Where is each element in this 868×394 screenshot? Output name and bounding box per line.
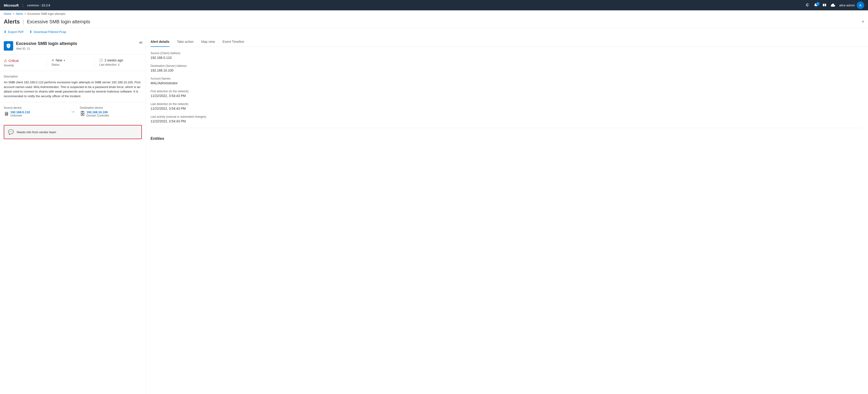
user-menu[interactable]: alice-admin A — [839, 1, 864, 9]
export-pdf-label: Export PDF — [8, 30, 24, 34]
first-detection-value: 11/22/2022, 3:54:43 PM — [151, 94, 863, 98]
first-detection-label: First detection (in the network) — [151, 90, 863, 93]
breadcrumb-sep1: > — [13, 12, 14, 16]
comment-box[interactable]: 💬 Needs info from vendor team — [4, 125, 142, 139]
last-detection-value: 🕐 2 weeks ago — [99, 58, 142, 62]
dest-server-label: Destination (Server) Address — [151, 64, 863, 67]
page-title-section: Alerts | Excessive SMB login attempts — [4, 18, 864, 25]
comment-icon: 💬 — [8, 129, 14, 135]
tab-take-action[interactable]: Take action — [177, 36, 194, 47]
breadcrumb: Home > Alerts > Excessive SMB login atte… — [0, 10, 868, 18]
monitor-icon: 🖥 — [4, 111, 9, 117]
settings-icon[interactable] — [805, 3, 810, 7]
toolbar: ⬇ Export PDF ⬇ Download Filtered Pcap — [0, 28, 868, 36]
breadcrumb-alerts[interactable]: Alerts — [16, 12, 23, 16]
page-header: Alerts | Excessive SMB login attempts × — [0, 18, 868, 28]
topbar: Microsoft | contoso - 22.2.6 0 — [0, 0, 868, 10]
tab-map-view[interactable]: Map view — [201, 36, 215, 47]
clock-icon: 🕐 — [99, 58, 103, 62]
title-divider: | — [23, 18, 24, 25]
status-dropdown-icon[interactable]: ▾ — [64, 59, 65, 62]
alert-status-row: ⚠ Critical Severity ✳ New ▾ Status 🕐 2 w… — [0, 55, 146, 71]
arrow-container: → — [66, 109, 80, 114]
severity-label: Severity — [4, 64, 46, 67]
source-device: Source device 🖥 192.168.0.110 Unknown — [4, 106, 66, 117]
device-row: Source device 🖥 192.168.0.110 Unknown → … — [0, 102, 146, 121]
page-title: Alerts — [4, 18, 20, 25]
notification-icon[interactable]: 0 — [814, 3, 818, 7]
last-activity-label: Last activity (manual or automated chang… — [151, 115, 863, 118]
main-content: ! Excessive SMB login attempts Alert ID:… — [0, 36, 868, 394]
shield-icon: ! — [4, 41, 13, 51]
brand-section: Microsoft | contoso - 22.2.6 — [4, 3, 50, 7]
dest-server-value: 192.168.10.100 — [151, 68, 863, 72]
spinner-icon: ✳ — [52, 58, 54, 62]
notification-badge: 0 — [816, 2, 820, 6]
last-detection-item: 🕐 2 weeks ago Last detection ℹ — [94, 58, 142, 67]
export-pdf-button[interactable]: ⬇ Export PDF — [4, 30, 24, 34]
description-label: Description — [4, 75, 142, 78]
status-item: ✳ New ▾ Status — [46, 58, 94, 67]
alert-id: Alert ID: 21 — [16, 47, 142, 50]
dest-device-label: Destination device — [80, 106, 142, 110]
tab-alert-details[interactable]: Alert details — [151, 36, 169, 47]
svg-text:!: ! — [8, 45, 9, 47]
last-activity-value: 11/22/2022, 3:54:43 PM — [151, 119, 863, 123]
dest-server-group: Destination (Server) Address 192.168.10.… — [151, 64, 863, 72]
source-device-icon-row: 🖥 192.168.0.110 Unknown — [4, 111, 66, 117]
tenant-info: contoso - 22.2.6 — [27, 3, 50, 7]
close-button[interactable]: × — [862, 19, 864, 24]
entities-label: Entities — [151, 137, 863, 141]
download-pcap-icon: ⬇ — [29, 30, 32, 34]
breadcrumb-home[interactable]: Home — [4, 12, 11, 16]
last-activity-group: Last activity (manual or automated chang… — [151, 115, 863, 123]
alert-description: Description An SMB client 192.168.0.110 … — [0, 71, 146, 102]
last-detection-network-group: Last detection (in the network) 11/22/20… — [151, 102, 863, 111]
last-detection-network-value: 11/22/2022, 3:54:43 PM — [151, 107, 863, 111]
tabs: Alert details Take action Map view Event… — [146, 36, 868, 47]
username: alice-admin — [839, 3, 855, 7]
page-subtitle: Excessive SMB login attempts — [27, 19, 90, 25]
first-detection-group: First detection (in the network) 11/22/2… — [151, 90, 863, 98]
right-panel: Alert details Take action Map view Event… — [146, 36, 868, 394]
arrow-right-icon: → — [70, 109, 75, 114]
severity-value: ⚠ Critical — [4, 58, 46, 63]
brand-separator: | — [22, 3, 23, 7]
download-pcap-label: Download Filtered Pcap — [34, 30, 66, 34]
avatar: A — [857, 1, 864, 9]
comment-text: Needs info from vendor team — [17, 130, 56, 134]
source-ip[interactable]: 192.168.0.110 — [10, 111, 30, 114]
alert-title: Excessive SMB login attempts — [16, 41, 142, 46]
left-panel: ! Excessive SMB login attempts Alert ID:… — [0, 36, 146, 394]
topbar-icons: 0 alice-admin A — [805, 1, 864, 9]
status-value: ✳ New ▾ — [52, 58, 94, 62]
detail-divider — [151, 128, 863, 128]
info-icon: ℹ — [118, 63, 120, 66]
breadcrumb-sep2: > — [25, 12, 26, 16]
tab-event-timeline[interactable]: Event Timeline — [222, 36, 244, 47]
dest-device-icon-row: 🗄 192.168.10.100 Domain Controller — [80, 111, 142, 117]
source-client-label: Source (Client) Address — [151, 52, 863, 55]
account-names-group: Account Names MAL/Administrator — [151, 77, 863, 85]
cloud-icon[interactable] — [831, 3, 835, 7]
download-pcap-button[interactable]: ⬇ Download Filtered Pcap — [29, 30, 66, 34]
source-client-value: 192.168.0.110 — [151, 56, 863, 60]
collapse-button[interactable]: ≪ — [139, 40, 143, 45]
account-names-label: Account Names — [151, 77, 863, 80]
source-sublabel: Unknown — [10, 114, 30, 117]
account-names-value: MAL/Administrator — [151, 81, 863, 85]
description-text: An SMB client 192.168.0.110 performs exc… — [4, 80, 142, 98]
last-detection-label: Last detection ℹ — [99, 63, 142, 66]
status-label: Status — [52, 63, 94, 66]
destination-device: Destination device 🗄 192.168.10.100 Doma… — [80, 106, 142, 117]
entities-section: Entities — [146, 137, 868, 148]
microsoft-logo: Microsoft — [4, 3, 19, 7]
server-icon: 🗄 — [80, 111, 85, 117]
dest-ip[interactable]: 192.168.10.100 — [87, 111, 110, 114]
warning-icon: ⚠ — [4, 58, 7, 63]
alert-details-content: Source (Client) Address 192.168.0.110 De… — [146, 47, 868, 137]
download-icon: ⬇ — [4, 30, 7, 34]
severity-item: ⚠ Critical Severity — [4, 58, 46, 67]
book-icon[interactable] — [823, 3, 827, 7]
last-detection-network-label: Last detection (in the network) — [151, 102, 863, 106]
